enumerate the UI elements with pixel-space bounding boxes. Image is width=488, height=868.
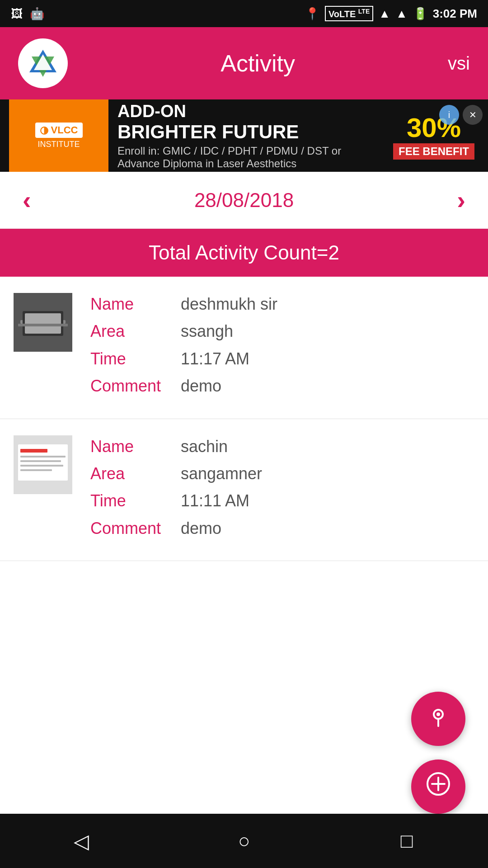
- comment-label-1: Comment: [90, 375, 181, 397]
- activity-item-2: Name sachin Area sangamner Time 11:11 AM…: [0, 419, 488, 561]
- name-label-1: Name: [90, 293, 181, 316]
- comment-value-1: demo: [181, 375, 221, 397]
- android-icon: 🤖: [30, 7, 44, 21]
- activity-details-1: Name deshmukh sir Area ssangh Time 11:17…: [90, 293, 474, 402]
- area-label-2: Area: [90, 462, 181, 485]
- svg-point-16: [436, 712, 440, 716]
- logo-svg: [27, 47, 59, 79]
- location-fab-button[interactable]: [411, 692, 465, 746]
- ad-benefit: FEE BENEFIT: [393, 143, 474, 160]
- recents-icon: □: [401, 830, 413, 852]
- battery-icon: 🔋: [413, 7, 427, 21]
- name-value-2: sachin: [181, 435, 228, 458]
- home-icon: ○: [238, 830, 250, 852]
- time-row-2: Time 11:11 AM: [90, 490, 474, 512]
- recents-button[interactable]: □: [389, 823, 425, 859]
- activity-details-2: Name sachin Area sangamner Time 11:11 AM…: [90, 435, 474, 545]
- next-date-button[interactable]: ›: [457, 185, 465, 215]
- header-title: Activity: [68, 50, 448, 77]
- signal-icon-1: ▲: [379, 7, 390, 21]
- logo: [18, 38, 68, 88]
- activity-count-text: Total Activity Count=2: [149, 241, 339, 264]
- comment-row-2: Comment demo: [90, 517, 474, 540]
- name-row-1: Name deshmukh sir: [90, 293, 474, 316]
- info-icon: i: [448, 110, 450, 120]
- activity-count-banner: Total Activity Count=2: [0, 229, 488, 277]
- area-row-2: Area sangamner: [90, 462, 474, 485]
- vlcc-logo-text: ◑ VLCC: [40, 124, 78, 136]
- thumbnail-image-2: [14, 435, 72, 494]
- area-value-1: ssangh: [181, 320, 233, 343]
- back-icon: ◁: [74, 830, 89, 853]
- location-status-icon: 📍: [305, 7, 319, 21]
- svg-rect-13: [20, 465, 63, 467]
- current-date: 28/08/2018: [194, 189, 294, 212]
- name-row-2: Name sachin: [90, 435, 474, 458]
- header: Activity vsi: [0, 27, 488, 99]
- area-value-2: sangamner: [181, 462, 262, 485]
- comment-value-2: demo: [181, 517, 221, 540]
- svg-rect-14: [20, 469, 52, 471]
- add-fab-icon: [427, 772, 450, 801]
- area-row-1: Area ssangh: [90, 320, 474, 343]
- activity-thumbnail-2: [14, 435, 72, 494]
- time-value-1: 11:17 AM: [181, 348, 249, 370]
- svg-rect-11: [20, 456, 66, 458]
- svg-rect-6: [25, 313, 61, 334]
- status-bar: 🖼 🤖 📍 VoLTE LTE ▲ ▲ 🔋 3:02 PM: [0, 0, 488, 27]
- back-button[interactable]: ◁: [63, 823, 99, 859]
- status-bar-right: 📍 VoLTE LTE ▲ ▲ 🔋 3:02 PM: [305, 6, 477, 21]
- time-value-2: 11:11 AM: [181, 490, 249, 512]
- thumbnail-image-1: [14, 293, 72, 352]
- time-label-2: Time: [90, 490, 181, 512]
- activity-thumbnail-1: [14, 293, 72, 352]
- svg-rect-10: [20, 449, 47, 453]
- comment-row-1: Comment demo: [90, 375, 474, 397]
- ad-content: ◑ VLCC INSTITUTE ADD-ON BRIGHTER FUTURE …: [9, 99, 479, 172]
- ad-headline: BRIGHTER FUTURE: [117, 121, 380, 143]
- name-label-2: Name: [90, 435, 181, 458]
- ad-brand: ◑ VLCC INSTITUTE: [9, 99, 108, 172]
- ad-middle: ADD-ON BRIGHTER FUTURE Enroll in: GMIC /…: [108, 102, 389, 170]
- time-row-1: Time 11:17 AM: [90, 348, 474, 370]
- svg-rect-12: [20, 460, 61, 462]
- location-fab-icon: [427, 704, 450, 733]
- institute-label: INSTITUTE: [38, 140, 80, 149]
- time-label-1: Time: [90, 348, 181, 370]
- ad-close-button[interactable]: ✕: [463, 105, 483, 125]
- home-button[interactable]: ○: [226, 823, 262, 859]
- name-value-1: deshmukh sir: [181, 293, 277, 316]
- ad-enroll: Enroll in: GMIC / IDC / PDHT / PDMU / DS…: [117, 145, 380, 170]
- status-bar-left: 🖼 🤖: [11, 7, 44, 21]
- close-icon: ✕: [469, 109, 477, 120]
- volte-indicator: VoLTE LTE: [325, 6, 373, 21]
- area-label-1: Area: [90, 320, 181, 343]
- clock: 3:02 PM: [433, 7, 477, 21]
- bottom-navigation: ◁ ○ □: [0, 814, 488, 868]
- ad-info-button[interactable]: i: [439, 105, 459, 125]
- ad-tagline: ADD-ON: [117, 102, 380, 121]
- svg-rect-7: [18, 324, 68, 326]
- prev-date-button[interactable]: ‹: [23, 185, 31, 215]
- header-vsi: vsi: [448, 53, 470, 74]
- ad-banner: ◑ VLCC INSTITUTE ADD-ON BRIGHTER FUTURE …: [0, 99, 488, 172]
- add-fab-button[interactable]: [411, 760, 465, 814]
- activity-item: Name deshmukh sir Area ssangh Time 11:17…: [0, 277, 488, 419]
- comment-label-2: Comment: [90, 517, 181, 540]
- fab-container: [411, 692, 465, 814]
- date-navigation: ‹ 28/08/2018 ›: [0, 172, 488, 229]
- image-icon: 🖼: [11, 7, 23, 21]
- signal-icon-2: ▲: [396, 7, 408, 21]
